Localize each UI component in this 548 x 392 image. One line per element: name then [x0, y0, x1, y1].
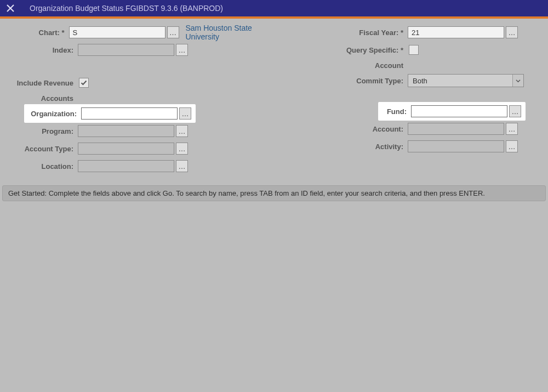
- fund-row: Fund:: [274, 103, 541, 120]
- commit-type-value: Both: [408, 77, 512, 85]
- organization-lookup-button[interactable]: [179, 107, 191, 120]
- page-title: Organization Budget Status FGIBDST 9.3.6…: [30, 4, 223, 13]
- organization-input[interactable]: [81, 107, 178, 120]
- index-input[interactable]: [78, 44, 174, 56]
- chart-input[interactable]: [69, 26, 165, 38]
- close-icon[interactable]: [4, 2, 16, 14]
- organization-row: Organization:: [7, 105, 274, 122]
- location-lookup-button[interactable]: [176, 160, 188, 172]
- query-specific-checkbox[interactable]: [409, 45, 419, 55]
- fund-label: Fund:: [381, 107, 411, 116]
- left-column: Chart: * Sam Houston State University In…: [7, 24, 274, 175]
- index-label: Index:: [7, 46, 78, 54]
- fiscal-year-label: Fiscal Year: *: [274, 29, 408, 37]
- account-sublabel: Account: [274, 61, 408, 70]
- account-lookup-button[interactable]: [506, 123, 518, 135]
- chevron-down-icon: [512, 75, 523, 87]
- include-revenue-checkbox[interactable]: [79, 78, 89, 88]
- fiscal-year-lookup-button[interactable]: [506, 26, 518, 38]
- form-area: Chart: * Sam Houston State University In…: [0, 19, 548, 183]
- index-lookup-button[interactable]: [176, 44, 188, 56]
- chart-label: Chart: *: [7, 29, 69, 37]
- organization-label: Organization:: [27, 110, 81, 118]
- program-input[interactable]: [78, 125, 174, 137]
- account-type-label: Account Type:: [7, 145, 78, 153]
- account-type-input[interactable]: [78, 143, 174, 155]
- titlebar: Organization Budget Status FGIBDST 9.3.6…: [0, 0, 548, 16]
- account-type-lookup-button[interactable]: [176, 143, 188, 155]
- chart-description: Sam Houston State University: [186, 24, 275, 41]
- fund-input[interactable]: [411, 105, 507, 117]
- fund-lookup-button[interactable]: [509, 105, 521, 117]
- query-specific-label: Query Specific: *: [274, 46, 408, 54]
- fiscal-year-input[interactable]: [408, 26, 504, 38]
- location-input[interactable]: [78, 160, 174, 172]
- chart-lookup-button[interactable]: [167, 26, 179, 38]
- commit-type-label: Commit Type:: [274, 77, 408, 85]
- location-label: Location:: [7, 162, 78, 171]
- include-revenue-label: Include Revenue: [7, 79, 78, 87]
- account-label: Account:: [274, 125, 408, 133]
- commit-type-select[interactable]: Both: [408, 74, 524, 87]
- hint-bar: Get Started: Complete the fields above a…: [2, 185, 546, 201]
- account-input[interactable]: [408, 123, 504, 135]
- accounts-sublabel: Accounts: [7, 94, 78, 103]
- activity-label: Activity:: [274, 143, 408, 151]
- program-lookup-button[interactable]: [176, 125, 188, 137]
- right-column: Fiscal Year: * Query Specific: * Account…: [274, 24, 541, 175]
- activity-input[interactable]: [408, 140, 504, 152]
- activity-lookup-button[interactable]: [506, 140, 518, 152]
- program-label: Program:: [7, 127, 78, 135]
